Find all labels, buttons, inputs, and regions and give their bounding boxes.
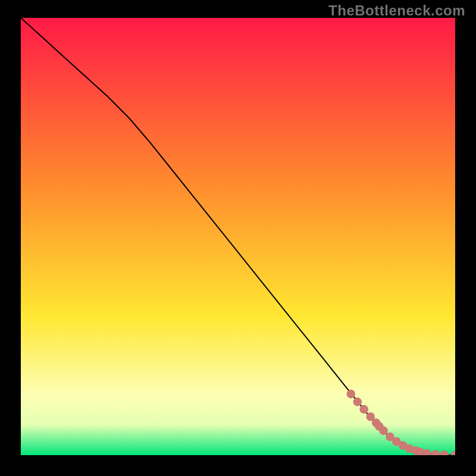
plot-area: [21, 18, 455, 455]
scatter-point: [380, 427, 387, 434]
scatter-point: [360, 405, 368, 413]
scatter-point: [347, 390, 355, 397]
scatter-point: [440, 451, 448, 455]
chart-stage: TheBottleneck.com: [0, 0, 476, 476]
scatter-point: [423, 449, 431, 455]
chart-svg: [21, 18, 455, 455]
gradient-background: [21, 18, 455, 455]
scatter-point: [432, 450, 440, 455]
scatter-point: [353, 398, 361, 406]
scatter-point: [367, 413, 374, 421]
watermark-text: TheBottleneck.com: [328, 2, 465, 19]
